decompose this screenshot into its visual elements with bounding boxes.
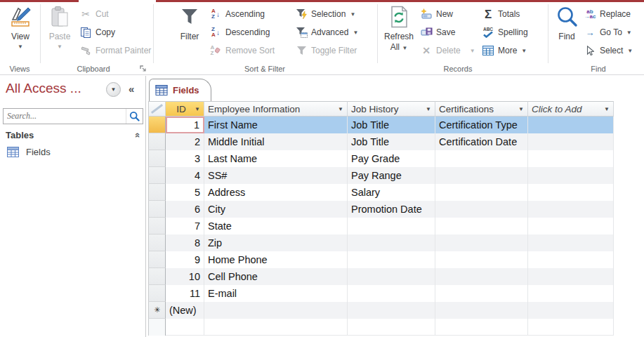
replace-button[interactable]: ab →ac Replace — [584, 5, 644, 23]
search-icon[interactable] — [126, 109, 143, 124]
record-selector[interactable]: ✳ — [148, 302, 166, 319]
table-cell[interactable] — [348, 251, 435, 268]
table-cell[interactable] — [348, 218, 435, 234]
cut-button[interactable]: ✂ Cut — [79, 5, 152, 23]
table-cell[interactable]: 5 — [166, 184, 204, 201]
column-header[interactable]: Employee Information▼ — [204, 101, 348, 117]
table-cell[interactable]: 6 — [166, 201, 204, 218]
table-cell[interactable] — [435, 251, 528, 268]
table-cell[interactable] — [435, 218, 528, 234]
record-selector[interactable] — [148, 268, 166, 285]
table-cell[interactable] — [528, 251, 614, 268]
record-selector[interactable] — [148, 234, 166, 251]
table-cell[interactable] — [528, 234, 614, 251]
record-selector[interactable] — [148, 184, 166, 201]
table-cell[interactable]: Home Phone — [204, 251, 348, 268]
table-cell[interactable]: Zip — [204, 234, 348, 251]
tab-fields[interactable]: Fields — [149, 79, 211, 101]
table-cell[interactable]: City — [204, 201, 348, 218]
spelling-button[interactable]: ABC Spelling — [482, 23, 546, 41]
record-selector[interactable] — [148, 117, 166, 133]
filter-button[interactable]: Filter — [171, 3, 209, 63]
record-selector[interactable] — [148, 201, 166, 218]
collapse-group-icon[interactable]: « — [133, 133, 143, 138]
table-cell[interactable] — [528, 285, 614, 302]
table-cell[interactable]: Certification Date — [435, 133, 528, 150]
table-cell[interactable]: 3 — [166, 150, 204, 167]
ascending-button[interactable]: AZ ↓ Ascending — [209, 5, 292, 23]
shutter-bar-close-button[interactable]: « — [129, 83, 134, 95]
table-cell[interactable]: State — [204, 218, 348, 234]
selection-button[interactable]: Selection ▼ — [295, 5, 376, 23]
table-cell[interactable]: Promotion Date — [348, 201, 435, 218]
paste-button[interactable]: Paste ▼ — [43, 3, 77, 63]
descending-button[interactable]: ZA ↓ Descending — [209, 23, 292, 41]
nav-item-fields[interactable]: Fields — [7, 147, 51, 157]
table-cell[interactable]: Middle Initial — [204, 133, 348, 150]
copy-button[interactable]: Copy — [79, 23, 152, 41]
clipboard-dialog-launcher[interactable] — [140, 65, 147, 73]
table-cell[interactable] — [435, 285, 528, 302]
table-cell[interactable]: 9 — [166, 251, 204, 268]
remove-sort-button[interactable]: AZ Remove Sort — [209, 41, 292, 60]
table-cell[interactable] — [528, 201, 614, 218]
table-cell[interactable] — [435, 184, 528, 201]
record-selector[interactable] — [148, 167, 166, 184]
table-cell[interactable]: Cell Phone — [204, 268, 348, 285]
table-cell[interactable]: Job Title — [348, 133, 435, 150]
table-cell[interactable]: Certification Type — [435, 117, 528, 133]
toggle-filter-button[interactable]: Toggle Filter — [295, 41, 376, 60]
select-button[interactable]: Select ▼ — [584, 41, 644, 60]
table-cell[interactable]: Pay Range — [348, 167, 435, 184]
table-cell[interactable]: (New) — [166, 302, 204, 319]
table-cell[interactable] — [528, 167, 614, 184]
table-cell[interactable] — [435, 268, 528, 285]
table-cell[interactable] — [348, 268, 435, 285]
table-cell[interactable]: 8 — [166, 234, 204, 251]
table-cell[interactable]: Salary — [348, 184, 435, 201]
column-header[interactable]: Certifications▼ — [435, 101, 528, 117]
more-button[interactable]: More ▼ — [482, 41, 546, 60]
table-cell[interactable]: 11 — [166, 285, 204, 302]
advanced-button[interactable]: Advanced ▼ — [295, 23, 376, 41]
goto-button[interactable]: → Go To ▼ — [584, 23, 644, 41]
table-cell[interactable]: Pay Grade — [348, 150, 435, 167]
view-button[interactable]: View ▼ — [2, 3, 39, 63]
table-cell[interactable]: 4 — [166, 167, 204, 184]
record-selector[interactable] — [148, 218, 166, 234]
column-dropdown-icon[interactable]: ▼ — [338, 106, 343, 112]
table-cell[interactable] — [435, 167, 528, 184]
table-cell[interactable] — [348, 285, 435, 302]
record-selector[interactable] — [148, 150, 166, 167]
table-cell[interactable]: First Name — [204, 117, 348, 133]
table-cell[interactable] — [528, 184, 614, 201]
nav-group-tables[interactable]: Tables « — [6, 130, 140, 140]
table-cell[interactable]: Last Name — [204, 150, 348, 167]
table-cell[interactable] — [528, 150, 614, 167]
find-button[interactable]: Find — [551, 3, 583, 63]
column-dropdown-icon[interactable]: ▼ — [518, 106, 524, 112]
delete-record-button[interactable]: ✕ Delete ▼ — [420, 41, 480, 60]
table-cell[interactable]: Job Title — [348, 117, 435, 133]
select-all-corner[interactable] — [148, 101, 166, 117]
table-cell[interactable]: 1 — [166, 117, 204, 133]
table-cell[interactable] — [435, 150, 528, 167]
column-header[interactable]: Click to Add▼ — [528, 101, 614, 117]
table-cell[interactable]: Address — [204, 184, 348, 201]
table-cell[interactable] — [348, 302, 435, 319]
table-cell[interactable]: E-mail — [204, 285, 348, 302]
column-header[interactable]: ID▼ — [166, 101, 204, 117]
table-cell[interactable] — [348, 234, 435, 251]
table-cell[interactable] — [204, 302, 348, 319]
table-cell[interactable]: SS# — [204, 167, 348, 184]
column-dropdown-icon[interactable]: ▼ — [604, 106, 610, 112]
refresh-all-button[interactable]: Refresh All ▼ — [380, 3, 418, 63]
table-cell[interactable] — [435, 201, 528, 218]
nav-pane-menu-button[interactable]: ▼ — [106, 82, 121, 97]
table-cell[interactable] — [528, 117, 614, 133]
record-selector[interactable] — [148, 133, 166, 150]
table-cell[interactable] — [435, 302, 528, 319]
format-painter-button[interactable]: Format Painter — [79, 41, 152, 60]
new-record-button[interactable]: New — [420, 5, 480, 23]
record-selector[interactable] — [148, 251, 166, 268]
